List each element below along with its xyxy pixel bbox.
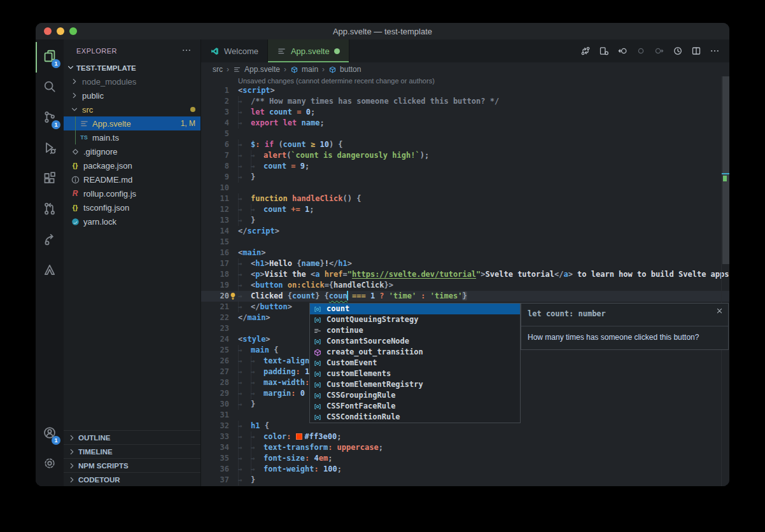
suggestion-count[interactable]: count [310, 304, 520, 314]
badge: 1 [52, 436, 60, 445]
tree-item-app-svelte[interactable]: App.svelte1, M [64, 116, 200, 130]
code-line-content: →} [238, 399, 255, 410]
editor-scrollbar[interactable] [721, 76, 729, 486]
code-line-4[interactable]: 4→export let name; [201, 118, 729, 129]
github-pr-activity-button[interactable] [36, 195, 64, 225]
line-number: 36 [201, 464, 229, 475]
suggestion-cssconditionrule[interactable]: CSSConditionRule [310, 412, 520, 423]
azure-activity-button[interactable] [36, 256, 64, 286]
panel-header-npm-scripts[interactable]: NPM SCRIPTS [64, 458, 200, 472]
code-line-3[interactable]: 3→let count = 0; [201, 107, 729, 118]
search-activity-button[interactable] [36, 73, 64, 103]
suggestion-countqueuingstrategy[interactable]: CountQueuingStrategy [310, 314, 520, 325]
panel-header-timeline[interactable]: TIMELINE [64, 444, 200, 458]
source-control-activity-button[interactable]: 1 [36, 103, 64, 134]
code-line-12[interactable]: 12→→count += 1; [201, 204, 729, 215]
code-line-15[interactable]: 15 [201, 237, 729, 248]
suggestion-customelementregistry[interactable]: CustomElementRegistry [310, 379, 520, 390]
code-line-20[interactable]: 20→Clicked {count} {coun === 1 ? 'time' … [201, 291, 729, 302]
suggestion-cssgroupingrule[interactable]: CSSGroupingRule [310, 390, 520, 401]
suggestion-label: continue [326, 325, 363, 336]
code-line-11[interactable]: 11→function handleClick() { [201, 193, 729, 204]
timeline-button[interactable] [670, 43, 686, 59]
git-compare-button[interactable] [577, 43, 594, 59]
suggest-details-panel: let count: number How many times has som… [521, 303, 729, 350]
file-tree: node_modulespublicsrcApp.svelte1, MTSmai… [64, 74, 200, 228]
code-line-9[interactable]: 9→} [201, 172, 729, 183]
zoom-window-button[interactable] [69, 27, 77, 35]
run-debug-activity-button[interactable] [36, 134, 64, 164]
tree-item-src[interactable]: src [64, 102, 200, 116]
suggest-detail-signature: let count: number [521, 304, 728, 326]
tree-item-yarn-lock[interactable]: yarn.lock [64, 214, 200, 228]
code-line-2[interactable]: 2→/** How many times has someone clicked… [201, 96, 729, 107]
vscode-window: App.svelte — test-template 11 1 EXPLORER… [36, 23, 729, 486]
titlebar[interactable]: App.svelte — test-template [36, 23, 729, 39]
suggestion-create_out_transition[interactable]: create_out_transition [310, 347, 520, 358]
explorer-activity-button[interactable]: 1 [36, 42, 64, 73]
tree-item-rollup-config-js[interactable]: Rrollup.config.js [64, 186, 200, 200]
breadcrumb-item-button[interactable]: button [328, 65, 361, 74]
line-number: 19 [201, 280, 229, 291]
code-line-16[interactable]: 16<main> [201, 248, 729, 258]
code-line-10[interactable]: 10 [201, 183, 729, 193]
chevron-right-icon [67, 433, 76, 442]
next-change-button[interactable] [651, 43, 668, 59]
breadcrumb-item-main[interactable]: main [290, 65, 318, 74]
code-line-6[interactable]: 6→$: if (count ≥ 10) { [201, 139, 729, 150]
code-line-8[interactable]: 8→→count = 9; [201, 161, 729, 172]
suggestion-constantsourcenode[interactable]: ConstantSourceNode [310, 336, 520, 347]
tree-item-tsconfig-json[interactable]: {}tsconfig.json [64, 200, 200, 214]
breadcrumb-item-app-svelte[interactable]: App.svelte [233, 65, 280, 74]
suggestion-cssfontfacerule[interactable]: CSSFontFaceRule [310, 401, 520, 412]
editor-code-area[interactable]: Unsaved changes (cannot determine recent… [201, 76, 729, 486]
tree-item-readme-md[interactable]: README.md [64, 172, 200, 186]
panel-header-codetour[interactable]: CODETOUR [64, 472, 200, 486]
tree-item-public[interactable]: public [64, 88, 200, 102]
code-line-1[interactable]: 1<script> [201, 85, 729, 96]
code-line-33[interactable]: 33→→color: #ff3e00; [201, 431, 729, 442]
split-editor-button[interactable] [688, 43, 705, 59]
code-line-35[interactable]: 35→→font-size: 4em; [201, 453, 729, 464]
symbol-variable [312, 359, 323, 368]
tab-app-svelte[interactable]: App.svelte [268, 39, 349, 62]
open-changes-button[interactable] [596, 43, 612, 59]
accounts-button[interactable]: 1 [36, 419, 64, 449]
code-line-14[interactable]: 14</script> [201, 226, 729, 237]
code-line-18[interactable]: 18→<p>Visit the <a href="https://svelte.… [201, 269, 729, 280]
tree-item--gitignore[interactable]: .gitignore [64, 144, 200, 158]
tree-item-main-ts[interactable]: TSmain.ts [64, 130, 200, 144]
back-button[interactable] [614, 43, 631, 59]
code-line-content [238, 410, 251, 421]
code-line-17[interactable]: 17→<h1>Hello {name}!</h1> [201, 258, 729, 269]
breadcrumb[interactable]: src›App.svelte›main›button [201, 62, 729, 76]
breadcrumb-item-src[interactable]: src [213, 65, 223, 74]
suggestion-continue[interactable]: continue [310, 325, 520, 336]
tree-item-node-modules[interactable]: node_modules [64, 74, 200, 88]
panel-header-outline[interactable]: OUTLINE [64, 430, 200, 444]
code-line-13[interactable]: 13→} [201, 215, 729, 226]
more-actions-button[interactable] [706, 43, 723, 59]
previous-change-button[interactable] [633, 43, 649, 59]
back-circle-icon [617, 46, 628, 56]
explorer-more-actions-icon[interactable] [181, 45, 192, 57]
code-line-7[interactable]: 7→→alert(`count is dangerously high!`); [201, 150, 729, 161]
folder-section-header[interactable]: TEST-TEMPLATE [64, 62, 200, 74]
code-line-37[interactable]: 37→} [201, 475, 729, 486]
code-line-content: →} [238, 172, 255, 183]
suggestion-customevent[interactable]: CustomEvent [310, 358, 520, 368]
code-line-34[interactable]: 34→→text-transform: uppercase; [201, 442, 729, 453]
tab-welcome[interactable]: Welcome [201, 39, 268, 62]
tree-item-package-json[interactable]: {}package.json [64, 158, 200, 172]
scrollbar-thumb[interactable] [722, 76, 729, 264]
code-line-36[interactable]: 36→→font-weight: 100; [201, 464, 729, 475]
close-icon[interactable] [715, 307, 724, 315]
settings-button[interactable] [36, 449, 64, 480]
extensions-activity-button[interactable] [36, 164, 64, 195]
live-share-activity-button[interactable] [36, 225, 64, 256]
code-line-5[interactable]: 5 [201, 129, 729, 139]
code-line-19[interactable]: 19→<button on:click={handleClick}> [201, 280, 729, 291]
minimize-window-button[interactable] [57, 27, 64, 35]
close-window-button[interactable] [44, 27, 52, 35]
suggestion-customelements[interactable]: customElements [310, 368, 520, 379]
